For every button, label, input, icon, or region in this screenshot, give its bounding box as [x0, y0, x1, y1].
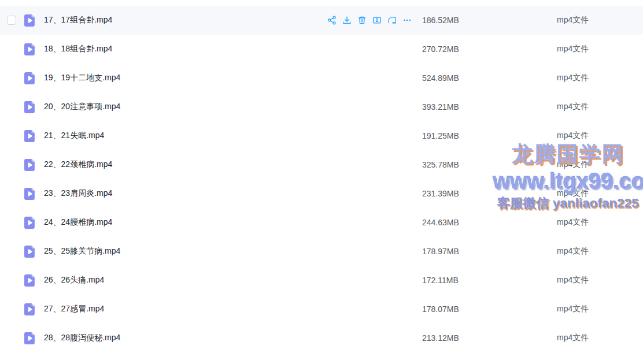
- file-row[interactable]: 24、24腰椎病.mp4 AI: [0, 208, 643, 237]
- file-name[interactable]: 24、24腰椎病.mp4: [44, 217, 327, 228]
- file-row[interactable]: 27、27感冒.mp4 AI: [0, 295, 643, 324]
- file-row[interactable]: 18、18组合卦.mp4 AI: [0, 35, 643, 64]
- file-name[interactable]: 23、23肩周炎.mp4: [44, 188, 327, 199]
- file-type: mp4文件: [557, 304, 643, 314]
- file-size: 244.63MB: [422, 218, 557, 227]
- file-name[interactable]: 27、27感冒.mp4: [44, 304, 327, 314]
- file-name[interactable]: 17、17组合卦.mp4: [44, 15, 327, 25]
- file-size: 270.72MB: [422, 44, 557, 54]
- file-type: mp4文件: [557, 217, 643, 228]
- file-type: mp4文件: [557, 333, 643, 343]
- file-name[interactable]: 25、25膝关节病.mp4: [44, 246, 327, 257]
- ai-subtitle-icon[interactable]: AI: [387, 16, 397, 25]
- video-file-icon: [24, 303, 36, 315]
- file-name[interactable]: 18、18组合卦.mp4: [44, 44, 327, 54]
- file-name[interactable]: 22、22颈椎病.mp4: [44, 159, 327, 170]
- file-row[interactable]: 23、23肩周炎.mp4 AI: [0, 179, 643, 208]
- file-size: 172.11MB: [422, 276, 557, 285]
- video-file-icon: [24, 72, 36, 84]
- video-file-icon: [24, 217, 36, 229]
- file-row[interactable]: 22、22颈椎病.mp4 AI: [0, 150, 643, 179]
- file-type: mp4文件: [557, 15, 643, 25]
- file-size: 178.07MB: [422, 304, 557, 314]
- file-type: mp4文件: [557, 131, 643, 141]
- file-size: 231.39MB: [422, 189, 557, 198]
- video-file-icon: [24, 43, 36, 55]
- file-row[interactable]: 25、25膝关节病.mp4 AI: [0, 237, 643, 266]
- file-size: 393.21MB: [422, 102, 557, 112]
- delete-icon[interactable]: [357, 16, 367, 25]
- video-file-icon: [24, 274, 36, 287]
- rename-icon[interactable]: [372, 16, 382, 25]
- share-icon[interactable]: [327, 16, 337, 25]
- file-row[interactable]: 26、26头痛.mp4 AI: [0, 266, 643, 295]
- file-size: 191.25MB: [422, 131, 557, 140]
- video-file-icon: [24, 246, 36, 258]
- file-type: mp4文件: [557, 44, 643, 54]
- video-file-icon: [24, 14, 36, 27]
- file-row[interactable]: 19、19十二地支.mp4 AI: [0, 64, 643, 92]
- file-type: mp4文件: [557, 73, 643, 83]
- file-name[interactable]: 28、28腹泻便秘.mp4: [44, 333, 327, 343]
- file-row[interactable]: 28、28腹泻便秘.mp4 AI: [0, 324, 643, 352]
- row-actions: AI: [327, 16, 412, 25]
- file-type: mp4文件: [557, 188, 643, 199]
- more-icon[interactable]: [402, 16, 412, 25]
- file-name[interactable]: 20、20注意事项.mp4: [44, 102, 327, 112]
- file-size: 213.12MB: [422, 333, 557, 343]
- video-file-icon: [24, 101, 36, 113]
- file-type: mp4文件: [557, 275, 643, 285]
- file-size: 186.52MB: [422, 16, 557, 25]
- file-type: mp4文件: [557, 102, 643, 112]
- row-checkbox[interactable]: [7, 16, 16, 25]
- file-name[interactable]: 21、21失眠.mp4: [44, 131, 327, 141]
- video-file-icon: [24, 159, 36, 171]
- svg-text:AI: AI: [392, 21, 396, 25]
- file-name[interactable]: 26、26头痛.mp4: [44, 275, 327, 285]
- file-row[interactable]: 21、21失眠.mp4 AI: [0, 121, 643, 150]
- file-row[interactable]: 20、20注意事项.mp4 AI: [0, 92, 643, 121]
- file-size: 524.89MB: [422, 73, 557, 83]
- video-file-icon: [24, 332, 36, 344]
- file-type: mp4文件: [557, 246, 643, 257]
- file-row[interactable]: 17、17组合卦.mp4 AI: [0, 6, 643, 35]
- file-type: mp4文件: [557, 159, 643, 170]
- file-size: 325.78MB: [422, 160, 557, 169]
- file-name[interactable]: 19、19十二地支.mp4: [44, 73, 327, 83]
- video-file-icon: [24, 188, 36, 200]
- file-manager-page: 17、17组合卦.mp4 AI: [0, 0, 643, 364]
- file-size: 178.97MB: [422, 247, 557, 256]
- download-icon[interactable]: [342, 16, 352, 25]
- file-list: 17、17组合卦.mp4 AI: [0, 0, 643, 352]
- video-file-icon: [24, 130, 36, 142]
